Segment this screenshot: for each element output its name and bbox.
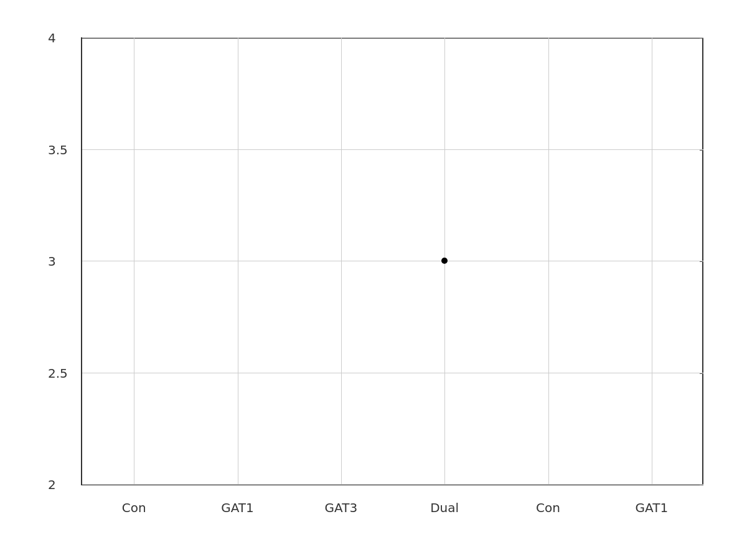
data-point-dual <box>441 258 448 264</box>
right-tick-20 <box>700 485 703 485</box>
y-tick-35: 3.5 <box>82 149 703 150</box>
x-tick-1: Con <box>134 37 134 484</box>
right-tick-35 <box>700 150 703 151</box>
y-tick-label-30: 3 <box>48 254 56 269</box>
x-tick-label-gat3: GAT3 <box>325 500 358 515</box>
x-tick-label-gat1b: GAT1 <box>636 500 669 515</box>
x-tick-3: GAT3 <box>341 37 342 484</box>
y-tick-label-20: 2 <box>48 477 56 492</box>
y-tick-20: 2 <box>82 484 703 485</box>
x-tick-label-con2: Con <box>536 500 560 515</box>
x-tick-2: GAT1 <box>238 37 238 484</box>
y-tick-label-35: 3.5 <box>48 142 68 157</box>
x-tick-5: Con <box>548 37 549 484</box>
y-tick-30: 3 <box>82 261 703 261</box>
right-tick-30 <box>700 261 703 262</box>
right-tick-25 <box>700 373 703 374</box>
x-tick-6: GAT1 <box>652 37 652 484</box>
chart-wrapper: Spikes per LTS 4 3.5 3 2 <box>31 25 716 535</box>
chart-container: Spikes per LTS 4 3.5 3 2 <box>0 0 747 560</box>
x-tick-label-dual: Dual <box>430 500 459 515</box>
y-tick-25: 2.5 <box>82 373 703 373</box>
plot-area: 4 3.5 3 2.5 2 <box>81 37 703 485</box>
right-tick-4 <box>700 38 703 39</box>
y-tick-label-25: 2.5 <box>48 366 68 381</box>
x-tick-label-con1: Con <box>122 500 146 515</box>
y-tick-label-4: 4 <box>48 30 56 45</box>
x-tick-label-gat1: GAT1 <box>221 500 254 515</box>
y-tick-4: 4 <box>82 37 703 38</box>
